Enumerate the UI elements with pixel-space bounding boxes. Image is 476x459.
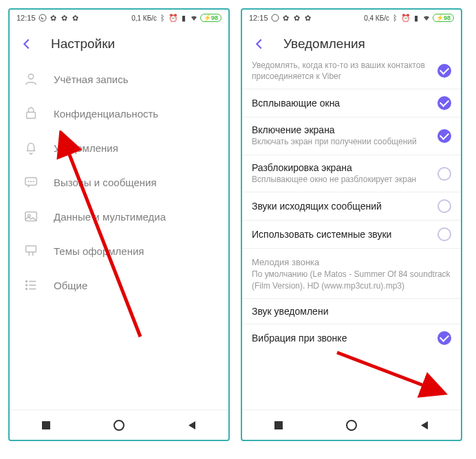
svg-point-5 [31, 181, 32, 182]
gear-icon: ✿ [61, 14, 69, 22]
gear-icon: ✿ [282, 14, 290, 22]
gear-icon: ✿ [50, 14, 58, 22]
svg-point-15 [114, 421, 124, 430]
whatsapp-icon [39, 14, 47, 22]
phone-left: 12:15 ✿ ✿ ✿ 0,1 КБ/с ᛒ ⏰ ▮ ⚡98 Настройки… [8, 8, 230, 441]
svg-point-16 [272, 14, 279, 21]
svg-point-19 [347, 421, 356, 430]
page-title: Настройки [51, 36, 115, 52]
item-label: Конфиденциальность [54, 108, 158, 120]
setting-notification-sound[interactable]: Звук уведомлени [242, 298, 461, 324]
toggle-icon[interactable] [437, 129, 451, 143]
phone-right: 12:15 ✿ ✿ ✿ 0,4 КБ/с ᛒ ⏰ ▮ ⚡98 Уведомлен… [241, 8, 462, 441]
item-label: Уведомления [54, 142, 118, 154]
setting-title: Включение экрана [252, 124, 431, 135]
svg-line-17 [337, 352, 438, 391]
android-navbar [242, 410, 461, 440]
settings-item-calls[interactable]: Вызовы и сообщения [10, 165, 228, 199]
back-icon[interactable] [252, 36, 267, 52]
setting-popups[interactable]: Всплывающие окна [242, 89, 461, 117]
page-title: Уведомления [283, 36, 365, 52]
battery-pill: ⚡98 [200, 14, 221, 22]
status-bar: 12:15 ✿ ✿ ✿ 0,1 КБ/с ᛒ ⏰ ▮ ⚡98 [10, 10, 228, 26]
settings-item-notifications[interactable]: Уведомления [10, 131, 228, 165]
status-time: 12:15 [249, 14, 268, 22]
nav-recent-icon[interactable] [40, 419, 52, 432]
item-label: Учётная запись [54, 74, 129, 85]
settings-item-general[interactable]: Общие [10, 268, 228, 302]
nav-home-icon[interactable] [345, 419, 358, 432]
setting-sub: Всплывающее окно не разблокирует экран [252, 175, 431, 186]
signal-icon: ▮ [412, 14, 420, 22]
svg-rect-2 [27, 112, 36, 118]
svg-point-1 [28, 74, 33, 79]
toggle-icon[interactable] [437, 227, 451, 241]
signal-icon: ▮ [180, 14, 188, 22]
item-label: Вызовы и сообщения [54, 177, 157, 188]
setting-title: Звук уведомлени [252, 306, 451, 317]
whatsapp-icon [271, 14, 279, 22]
wifi-icon [190, 14, 198, 22]
svg-rect-9 [26, 246, 36, 252]
user-icon [23, 71, 39, 87]
section-title: Мелодия звонка [252, 257, 451, 267]
gear-icon: ✿ [293, 14, 301, 22]
nav-recent-icon[interactable] [272, 419, 285, 432]
bluetooth-icon: ᛒ [391, 14, 400, 22]
gear-icon: ✿ [72, 14, 80, 22]
item-label: Общие [54, 280, 87, 291]
battery-pill: ⚡98 [433, 14, 454, 22]
svg-point-11 [26, 284, 28, 286]
nav-back-icon[interactable] [186, 419, 198, 432]
setting-system-sounds[interactable]: Использовать системные звуки [242, 220, 461, 248]
setting-sub: Включать экран при получении сообщений [252, 137, 431, 148]
annotation-arrow [332, 347, 448, 402]
settings-item-themes[interactable]: Темы оформления [10, 234, 228, 268]
nav-home-icon[interactable] [113, 419, 125, 432]
setting-screen-on[interactable]: Включение экрана Включать экран при полу… [242, 117, 461, 155]
app-header: Настройки [10, 26, 228, 62]
ringtone-section[interactable]: Мелодия звонка По умолчанию (Le Matos - … [242, 248, 461, 298]
item-label: Данные и мультимедиа [54, 211, 166, 223]
setting-sub: Уведомлять, когда кто-то из ваших контак… [252, 62, 431, 82]
chat-icon [23, 175, 39, 190]
nav-back-icon[interactable] [418, 419, 431, 432]
alarm-icon: ⏰ [169, 14, 177, 22]
status-net: 0,4 КБ/с [364, 14, 389, 22]
android-navbar [10, 410, 228, 440]
wifi-icon [422, 14, 431, 22]
app-header: Уведомления [242, 26, 461, 62]
setting-title: Звуки исходящих сообщений [252, 201, 431, 212]
svg-point-10 [26, 281, 28, 282]
settings-item-media[interactable]: Данные и мультимедиа [10, 199, 228, 234]
gear-icon: ✿ [304, 14, 312, 22]
section-value: По умолчанию (Le Matos - Summer Of 84 so… [252, 269, 451, 291]
alarm-icon: ⏰ [402, 14, 410, 22]
setting-title: Использовать системные звуки [252, 229, 431, 240]
setting-title: Вибрация при звонке [252, 333, 431, 344]
theme-icon [23, 243, 39, 258]
svg-point-4 [28, 181, 29, 182]
list-icon [23, 278, 39, 293]
notifications-list: Уведомлять, когда кто-то из ваших контак… [242, 62, 461, 410]
setting-contact-joined[interactable]: Уведомлять, когда кто-то из ваших контак… [242, 62, 461, 89]
svg-point-12 [26, 289, 28, 290]
setting-outgoing-sound[interactable]: Звуки исходящих сообщений [242, 192, 461, 220]
toggle-icon[interactable] [437, 199, 451, 213]
status-time: 12:15 [17, 14, 36, 22]
media-icon [23, 209, 39, 224]
status-net: 0,1 КБ/с [131, 14, 157, 22]
svg-rect-18 [274, 421, 283, 429]
toggle-icon[interactable] [437, 167, 451, 181]
setting-vibrate-call[interactable]: Вибрация при звонке [242, 324, 461, 352]
lock-icon [23, 106, 39, 121]
toggle-icon[interactable] [437, 96, 451, 110]
settings-item-privacy[interactable]: Конфиденциальность [10, 96, 228, 131]
settings-list: Учётная запись Конфиденциальность Уведом… [10, 62, 228, 410]
back-icon[interactable] [19, 36, 34, 52]
toggle-icon[interactable] [437, 64, 451, 78]
toggle-icon[interactable] [437, 331, 451, 345]
setting-unlock[interactable]: Разблокировка экрана Всплывающее окно не… [242, 155, 461, 192]
settings-item-account[interactable]: Учётная запись [10, 62, 228, 96]
setting-title: Всплывающие окна [252, 98, 431, 109]
